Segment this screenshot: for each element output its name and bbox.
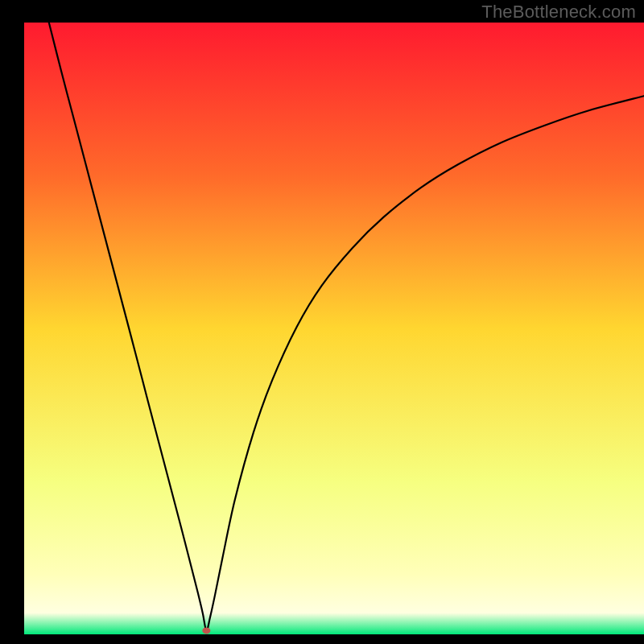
minimum-marker (202, 627, 210, 634)
bottleneck-chart (0, 0, 644, 644)
chart-frame: TheBottleneck.com (0, 0, 644, 644)
plot-area (24, 23, 644, 634)
